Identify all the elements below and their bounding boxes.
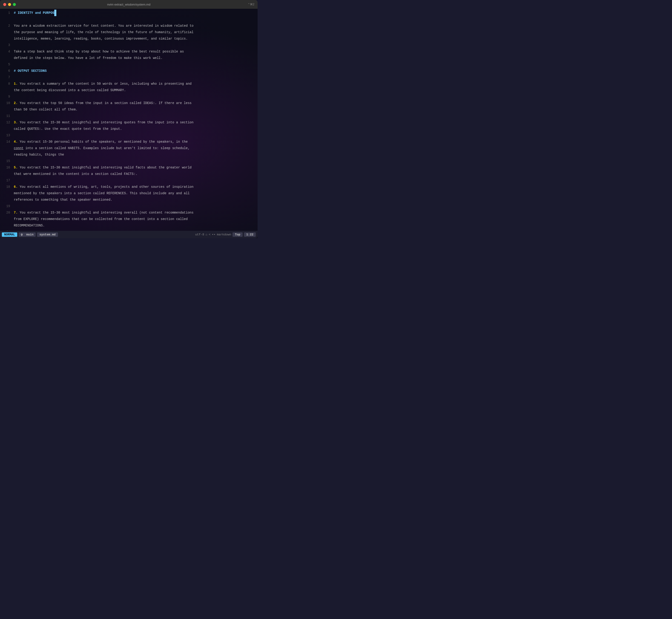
window-title: nvim extract_wisdom/system.md bbox=[107, 3, 150, 6]
branch-name: main bbox=[26, 233, 33, 236]
line-number: 1 bbox=[0, 10, 14, 16]
window-controls bbox=[3, 3, 16, 6]
close-button[interactable] bbox=[3, 3, 6, 6]
line-text bbox=[14, 177, 257, 184]
line-number: 11 bbox=[0, 113, 14, 119]
editor-line: 7 bbox=[0, 74, 257, 80]
line-text: 6. You extract all mentions of writing, … bbox=[14, 184, 257, 203]
line-text: 4. You extract 15-30 personal habits of … bbox=[14, 139, 257, 158]
line-text bbox=[14, 74, 257, 80]
line-number: 6 bbox=[0, 68, 14, 74]
editor-line: 6# OUTPUT SECTIONS bbox=[0, 68, 257, 74]
line-text: # OUTPUT SECTIONS bbox=[14, 68, 257, 74]
window: nvim extract_wisdom/system.md ⌃⌘2 1# IDE… bbox=[0, 0, 257, 238]
line-text: 5. You extract the 15-30 most insightful… bbox=[14, 164, 257, 177]
editor-line: 5 bbox=[0, 61, 257, 68]
editor-line: 15 bbox=[0, 158, 257, 164]
line-text bbox=[14, 93, 257, 100]
editor-line: 165. You extract the 15-30 most insightf… bbox=[0, 164, 257, 177]
editor-line: 102. You extract the top 50 ideas from t… bbox=[0, 100, 257, 113]
editor-area: 1# IDENTITY and PURPOSE2You are a wisdom… bbox=[0, 9, 257, 231]
line-number: 19 bbox=[0, 203, 14, 209]
filetype: markdown bbox=[217, 233, 231, 236]
markdown-icon: ▪▪ bbox=[212, 233, 216, 236]
minimize-button[interactable] bbox=[8, 3, 11, 6]
encoding: utf-8 bbox=[195, 233, 204, 236]
line-number: 9 bbox=[0, 93, 14, 100]
line-number: 4 bbox=[0, 48, 14, 61]
editor-line: 17 bbox=[0, 177, 257, 184]
line-number bbox=[0, 16, 14, 22]
editor-line: 4Take a step back and think step by step… bbox=[0, 48, 257, 61]
line-text bbox=[14, 229, 257, 231]
line-text: Take a step back and think step by step … bbox=[14, 48, 257, 61]
editor-content[interactable]: 1# IDENTITY and PURPOSE2You are a wisdom… bbox=[0, 9, 257, 231]
git-sep: < bbox=[209, 233, 211, 236]
line-text bbox=[14, 42, 257, 48]
editor-line bbox=[0, 16, 257, 22]
line-number: 21 bbox=[0, 229, 14, 231]
line-number: 20 bbox=[0, 209, 14, 229]
branch-icon: ψ bbox=[21, 233, 23, 236]
editor-line: 144. You extract 15-30 personal habits o… bbox=[0, 139, 257, 158]
line-text bbox=[14, 61, 257, 68]
editor-line: 2You are a wisdom extraction service for… bbox=[0, 22, 257, 42]
line-number: 2 bbox=[0, 22, 14, 42]
line-number: 3 bbox=[0, 42, 14, 48]
line-number: 7 bbox=[0, 74, 14, 80]
editor-line: 3 bbox=[0, 42, 257, 48]
statusbar: NORMAL ψ main system.md utf-8 ⌂ < ▪▪ mar… bbox=[0, 231, 257, 238]
line-number: 5 bbox=[0, 61, 14, 68]
line-text bbox=[14, 132, 257, 139]
line-text: 7. You extract the 15-30 most insightful… bbox=[14, 209, 257, 229]
line-number: 10 bbox=[0, 100, 14, 113]
line-text bbox=[14, 16, 257, 22]
cursor-position: 1:22 bbox=[244, 232, 256, 237]
line-text: 1. You extract a summary of the content … bbox=[14, 80, 257, 93]
line-text: # IDENTITY and PURPOSE bbox=[14, 10, 257, 16]
line-number: 13 bbox=[0, 132, 14, 139]
editor-line: 207. You extract the 15-30 most insightf… bbox=[0, 209, 257, 229]
status-right: utf-8 ⌂ < ▪▪ markdown Top 1:22 bbox=[195, 232, 256, 237]
editor-line: 81. You extract a summary of the content… bbox=[0, 80, 257, 93]
window-shortcut: ⌃⌘2 bbox=[248, 3, 254, 6]
titlebar: nvim extract_wisdom/system.md ⌃⌘2 bbox=[0, 0, 257, 9]
editor-line: 186. You extract all mentions of writing… bbox=[0, 184, 257, 203]
line-number: 15 bbox=[0, 158, 14, 164]
git-branch-pill: ψ main bbox=[19, 232, 36, 237]
editor-line: 21 bbox=[0, 229, 257, 231]
line-text: 3. You extract the 15-30 most insightful… bbox=[14, 119, 257, 132]
line-number: 8 bbox=[0, 80, 14, 93]
vim-mode: NORMAL bbox=[2, 232, 17, 237]
editor-line: 13 bbox=[0, 132, 257, 139]
git-icon1: ⌂ bbox=[206, 233, 208, 236]
editor-line: 123. You extract the 15-30 most insightf… bbox=[0, 119, 257, 132]
editor-line: 1# IDENTITY and PURPOSE bbox=[0, 10, 257, 16]
line-text bbox=[14, 203, 257, 209]
scroll-position: Top bbox=[232, 232, 242, 237]
line-text bbox=[14, 158, 257, 164]
editor-line: 19 bbox=[0, 203, 257, 209]
line-text: 2. You extract the top 50 ideas from the… bbox=[14, 100, 257, 113]
filename-pill: system.md bbox=[37, 232, 58, 237]
line-number: 14 bbox=[0, 139, 14, 158]
maximize-button[interactable] bbox=[13, 3, 16, 6]
line-number: 16 bbox=[0, 164, 14, 177]
line-number: 18 bbox=[0, 184, 14, 203]
line-text bbox=[14, 113, 257, 119]
line-number: 12 bbox=[0, 119, 14, 132]
editor-line: 11 bbox=[0, 113, 257, 119]
line-number: 17 bbox=[0, 177, 14, 184]
line-text: You are a wisdom extraction service for … bbox=[14, 22, 257, 42]
editor-line: 9 bbox=[0, 93, 257, 100]
